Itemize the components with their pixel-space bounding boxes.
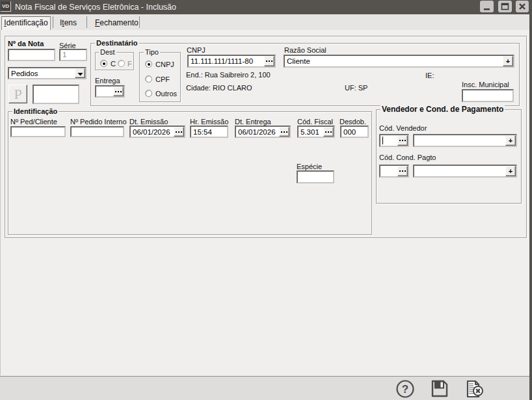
- svg-text:?: ?: [402, 383, 408, 395]
